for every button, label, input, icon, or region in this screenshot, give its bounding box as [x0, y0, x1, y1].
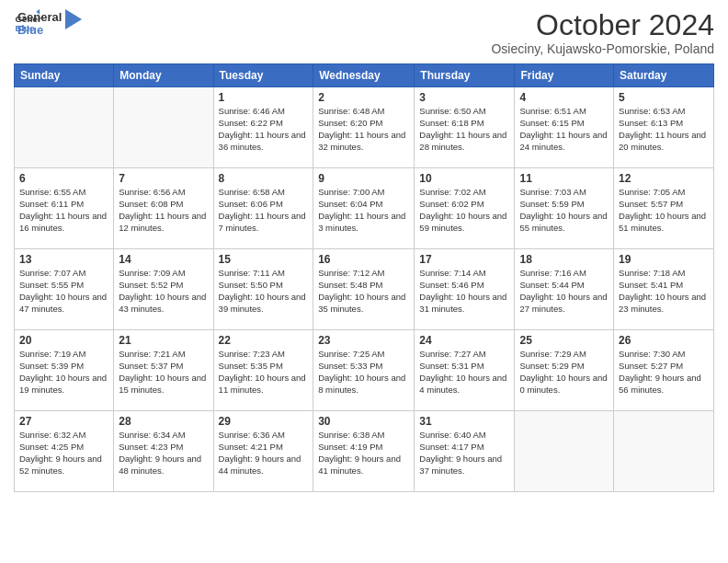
day-number: 13 — [19, 253, 108, 266]
logo-line1: General — [17, 11, 62, 24]
day-cell: 16Sunrise: 7:12 AM Sunset: 5:48 PM Dayli… — [313, 249, 415, 330]
day-number: 19 — [619, 253, 709, 266]
day-cell: 10Sunrise: 7:02 AM Sunset: 6:02 PM Dayli… — [415, 168, 515, 249]
day-info: Sunrise: 6:50 AM Sunset: 6:18 PM Dayligh… — [419, 106, 509, 153]
week-row-4: 20Sunrise: 7:19 AM Sunset: 5:39 PM Dayli… — [15, 330, 714, 411]
day-cell: 29Sunrise: 6:36 AM Sunset: 4:21 PM Dayli… — [213, 411, 313, 492]
day-number: 1 — [219, 91, 309, 104]
day-number: 30 — [318, 415, 409, 428]
logo: General Blue General Blue — [14, 9, 82, 38]
col-monday: Monday — [114, 64, 213, 87]
day-info: Sunrise: 6:51 AM Sunset: 6:15 PM Dayligh… — [519, 106, 609, 153]
day-cell — [114, 87, 213, 168]
day-number: 14 — [119, 253, 208, 266]
day-info: Sunrise: 7:02 AM Sunset: 6:02 PM Dayligh… — [419, 187, 509, 234]
day-number: 7 — [119, 172, 208, 185]
col-thursday: Thursday — [415, 64, 515, 87]
logo-line2: Blue — [17, 24, 62, 37]
day-number: 23 — [318, 334, 409, 347]
day-info: Sunrise: 7:12 AM Sunset: 5:48 PM Dayligh… — [318, 268, 409, 315]
day-cell: 18Sunrise: 7:16 AM Sunset: 5:44 PM Dayli… — [515, 249, 614, 330]
day-info: Sunrise: 7:11 AM Sunset: 5:50 PM Dayligh… — [219, 268, 309, 315]
day-cell: 26Sunrise: 7:30 AM Sunset: 5:27 PM Dayli… — [614, 330, 714, 411]
day-cell: 24Sunrise: 7:27 AM Sunset: 5:31 PM Dayli… — [415, 330, 515, 411]
day-info: Sunrise: 6:34 AM Sunset: 4:23 PM Dayligh… — [119, 430, 208, 477]
day-info: Sunrise: 7:14 AM Sunset: 5:46 PM Dayligh… — [419, 268, 509, 315]
day-number: 8 — [219, 172, 309, 185]
day-cell: 13Sunrise: 7:07 AM Sunset: 5:55 PM Dayli… — [15, 249, 114, 330]
day-info: Sunrise: 6:55 AM Sunset: 6:11 PM Dayligh… — [19, 187, 108, 234]
day-info: Sunrise: 7:07 AM Sunset: 5:55 PM Dayligh… — [19, 268, 108, 315]
logo-triangle-icon — [65, 9, 82, 29]
day-number: 2 — [318, 91, 409, 104]
day-cell: 5Sunrise: 6:53 AM Sunset: 6:13 PM Daylig… — [614, 87, 714, 168]
day-number: 3 — [419, 91, 509, 104]
day-info: Sunrise: 6:40 AM Sunset: 4:17 PM Dayligh… — [419, 430, 509, 477]
day-cell: 1Sunrise: 6:46 AM Sunset: 6:22 PM Daylig… — [213, 87, 313, 168]
day-cell — [15, 87, 114, 168]
day-cell: 6Sunrise: 6:55 AM Sunset: 6:11 PM Daylig… — [15, 168, 114, 249]
subtitle: Osieciny, Kujawsko-Pomorskie, Poland — [491, 41, 714, 56]
day-info: Sunrise: 7:00 AM Sunset: 6:04 PM Dayligh… — [318, 187, 409, 234]
day-info: Sunrise: 7:25 AM Sunset: 5:33 PM Dayligh… — [318, 349, 409, 396]
day-info: Sunrise: 7:23 AM Sunset: 5:35 PM Dayligh… — [219, 349, 309, 396]
day-cell: 20Sunrise: 7:19 AM Sunset: 5:39 PM Dayli… — [15, 330, 114, 411]
day-info: Sunrise: 6:56 AM Sunset: 6:08 PM Dayligh… — [119, 187, 208, 234]
day-number: 28 — [119, 415, 208, 428]
day-info: Sunrise: 6:58 AM Sunset: 6:06 PM Dayligh… — [219, 187, 309, 234]
day-number: 20 — [19, 334, 108, 347]
day-cell: 3Sunrise: 6:50 AM Sunset: 6:18 PM Daylig… — [415, 87, 515, 168]
day-cell: 4Sunrise: 6:51 AM Sunset: 6:15 PM Daylig… — [515, 87, 614, 168]
col-sunday: Sunday — [15, 64, 114, 87]
day-number: 6 — [19, 172, 108, 185]
day-cell: 11Sunrise: 7:03 AM Sunset: 5:59 PM Dayli… — [515, 168, 614, 249]
day-cell: 19Sunrise: 7:18 AM Sunset: 5:41 PM Dayli… — [614, 249, 714, 330]
day-cell: 28Sunrise: 6:34 AM Sunset: 4:23 PM Dayli… — [114, 411, 213, 492]
day-cell: 30Sunrise: 6:38 AM Sunset: 4:19 PM Dayli… — [313, 411, 415, 492]
col-wednesday: Wednesday — [313, 64, 415, 87]
day-cell: 9Sunrise: 7:00 AM Sunset: 6:04 PM Daylig… — [313, 168, 415, 249]
day-cell: 27Sunrise: 6:32 AM Sunset: 4:25 PM Dayli… — [15, 411, 114, 492]
day-info: Sunrise: 7:16 AM Sunset: 5:44 PM Dayligh… — [519, 268, 609, 315]
header-row: Sunday Monday Tuesday Wednesday Thursday… — [15, 64, 714, 87]
week-row-5: 27Sunrise: 6:32 AM Sunset: 4:25 PM Dayli… — [15, 411, 714, 492]
day-info: Sunrise: 7:18 AM Sunset: 5:41 PM Dayligh… — [619, 268, 709, 315]
day-cell — [614, 411, 714, 492]
day-number: 24 — [419, 334, 509, 347]
day-number: 17 — [419, 253, 509, 266]
day-number: 16 — [318, 253, 409, 266]
day-info: Sunrise: 7:19 AM Sunset: 5:39 PM Dayligh… — [19, 349, 108, 396]
day-info: Sunrise: 7:05 AM Sunset: 5:57 PM Dayligh… — [619, 187, 709, 234]
week-row-1: 1Sunrise: 6:46 AM Sunset: 6:22 PM Daylig… — [15, 87, 714, 168]
day-number: 15 — [219, 253, 309, 266]
title-area: October 2024 Osieciny, Kujawsko-Pomorski… — [491, 9, 714, 56]
day-cell: 25Sunrise: 7:29 AM Sunset: 5:29 PM Dayli… — [515, 330, 614, 411]
day-cell: 23Sunrise: 7:25 AM Sunset: 5:33 PM Dayli… — [313, 330, 415, 411]
day-cell: 8Sunrise: 6:58 AM Sunset: 6:06 PM Daylig… — [213, 168, 313, 249]
day-info: Sunrise: 6:36 AM Sunset: 4:21 PM Dayligh… — [219, 430, 309, 477]
day-cell: 2Sunrise: 6:48 AM Sunset: 6:20 PM Daylig… — [313, 87, 415, 168]
col-tuesday: Tuesday — [213, 64, 313, 87]
day-info: Sunrise: 7:29 AM Sunset: 5:29 PM Dayligh… — [519, 349, 609, 396]
day-number: 18 — [519, 253, 609, 266]
header: General Blue General Blue October 2024 O… — [14, 9, 714, 56]
day-number: 25 — [519, 334, 609, 347]
day-number: 22 — [219, 334, 309, 347]
main-title: October 2024 — [491, 9, 714, 41]
day-cell: 7Sunrise: 6:56 AM Sunset: 6:08 PM Daylig… — [114, 168, 213, 249]
day-cell: 15Sunrise: 7:11 AM Sunset: 5:50 PM Dayli… — [213, 249, 313, 330]
calendar-table: Sunday Monday Tuesday Wednesday Thursday… — [14, 63, 714, 492]
day-cell: 17Sunrise: 7:14 AM Sunset: 5:46 PM Dayli… — [415, 249, 515, 330]
day-info: Sunrise: 6:48 AM Sunset: 6:20 PM Dayligh… — [318, 106, 409, 153]
col-saturday: Saturday — [614, 64, 714, 87]
day-info: Sunrise: 7:27 AM Sunset: 5:31 PM Dayligh… — [419, 349, 509, 396]
week-row-2: 6Sunrise: 6:55 AM Sunset: 6:11 PM Daylig… — [15, 168, 714, 249]
day-number: 12 — [619, 172, 709, 185]
day-number: 29 — [219, 415, 309, 428]
day-info: Sunrise: 6:38 AM Sunset: 4:19 PM Dayligh… — [318, 430, 409, 477]
day-cell: 22Sunrise: 7:23 AM Sunset: 5:35 PM Dayli… — [213, 330, 313, 411]
day-number: 10 — [419, 172, 509, 185]
day-number: 21 — [119, 334, 208, 347]
day-cell: 31Sunrise: 6:40 AM Sunset: 4:17 PM Dayli… — [415, 411, 515, 492]
day-info: Sunrise: 7:30 AM Sunset: 5:27 PM Dayligh… — [619, 349, 709, 396]
